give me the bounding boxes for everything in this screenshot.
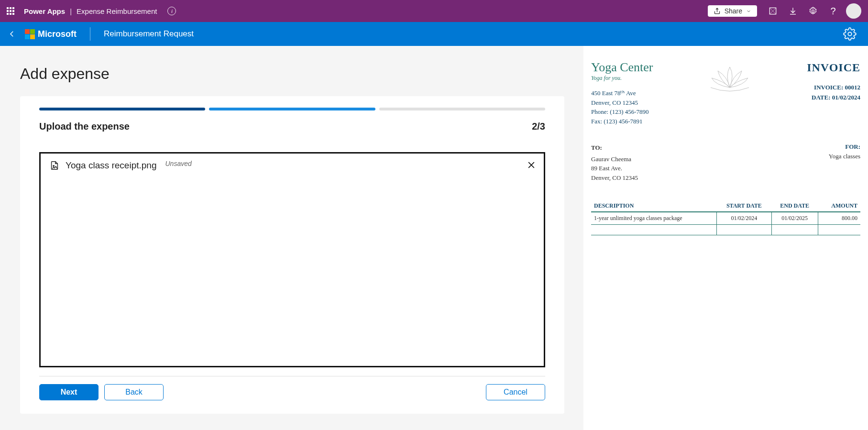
- fit-screen-button[interactable]: [763, 0, 783, 22]
- invoice-brand: Yoga Center: [591, 61, 653, 74]
- share-label: Share: [725, 7, 742, 15]
- close-icon: [527, 160, 536, 170]
- progress-step-3: [379, 108, 545, 110]
- global-top-bar: Power Apps | Expense Reimbursement i Sha…: [0, 0, 868, 22]
- top-divider: |: [70, 7, 72, 15]
- share-icon: [714, 8, 721, 15]
- waffle-icon[interactable]: [7, 7, 14, 15]
- app-header-bar: Microsoft Reimbursement Request: [0, 22, 868, 46]
- svg-point-1: [812, 10, 814, 12]
- help-button[interactable]: ?: [823, 0, 843, 22]
- remove-file-button[interactable]: [527, 160, 536, 173]
- file-name: Yoga class receipt.png: [66, 160, 156, 171]
- main-content: Add expense Upload the expense 2/3: [0, 46, 583, 430]
- download-button[interactable]: [783, 0, 803, 22]
- invoice-line-items-table: DESCRIPTION START DATE END DATE AMOUNT 1…: [591, 200, 860, 235]
- settings-button[interactable]: [803, 0, 823, 22]
- page-title: Add expense: [20, 65, 564, 83]
- col-amount: AMOUNT: [818, 200, 860, 212]
- app-settings-button[interactable]: [843, 27, 857, 41]
- divider: [39, 376, 545, 376]
- col-start-date: START DATE: [717, 200, 772, 212]
- wizard-card: Upload the expense 2/3 Yoga class receip…: [20, 96, 564, 414]
- progress-step-1: [39, 108, 205, 110]
- app-name: Expense Reimbursement: [77, 7, 157, 15]
- progress-step-2: [209, 108, 375, 110]
- next-button[interactable]: Next: [39, 384, 99, 400]
- invoice-tagline: Yoga for you.: [591, 75, 653, 82]
- avatar[interactable]: [846, 3, 861, 19]
- microsoft-logo-icon: [25, 29, 35, 39]
- lotus-icon: [701, 61, 758, 95]
- download-icon: [789, 7, 797, 15]
- info-icon[interactable]: i: [167, 7, 176, 15]
- back-button[interactable]: [8, 30, 16, 38]
- invoice-title: INVOICE: [807, 61, 860, 74]
- help-icon: ?: [830, 6, 835, 17]
- invoice-to: TO: Gaurav Cheema 89 East Ave. Denver, C…: [591, 143, 638, 182]
- product-name: Power Apps: [24, 7, 65, 15]
- invoice-from-address: 450 East 78ᵗʰ Ave Denver, CO 12345 Phone…: [591, 88, 653, 126]
- table-row: 1-year unlimited yoga classes package 01…: [591, 212, 860, 225]
- upload-dropzone[interactable]: Yoga class receipt.png Unsaved: [39, 152, 545, 367]
- file-image-icon: [49, 160, 60, 171]
- invoice-meta: INVOICE: 00012 DATE: 01/02/2024: [807, 83, 860, 103]
- brand-label: Microsoft: [38, 29, 77, 39]
- invoice-preview: Yoga Center Yoga for you. 450 East 78ᵗʰ …: [589, 61, 862, 235]
- progress-bar: [39, 108, 545, 110]
- fit-screen-icon: [768, 6, 778, 16]
- file-status: Unsaved: [165, 160, 191, 167]
- share-button[interactable]: Share: [708, 5, 757, 17]
- receipt-preview-panel: Yoga Center Yoga for you. 450 East 78ᵗʰ …: [583, 46, 868, 430]
- chevron-down-icon: [746, 9, 751, 14]
- uploaded-file-row: Yoga class receipt.png Unsaved: [49, 160, 535, 171]
- breadcrumb-page: Reimbursement Request: [104, 29, 194, 39]
- col-end-date: END DATE: [771, 200, 818, 212]
- step-indicator: 2/3: [532, 121, 545, 132]
- back-button[interactable]: Back: [104, 384, 164, 400]
- invoice-for: FOR: Yoga classes: [829, 143, 860, 182]
- step-title: Upload the expense: [39, 121, 130, 132]
- table-row: [591, 225, 860, 235]
- col-description: DESCRIPTION: [591, 200, 717, 212]
- svg-point-2: [848, 32, 851, 35]
- gear-icon: [808, 6, 818, 16]
- cancel-button[interactable]: Cancel: [486, 384, 545, 400]
- svg-point-3: [53, 165, 54, 166]
- vertical-divider: [90, 27, 90, 41]
